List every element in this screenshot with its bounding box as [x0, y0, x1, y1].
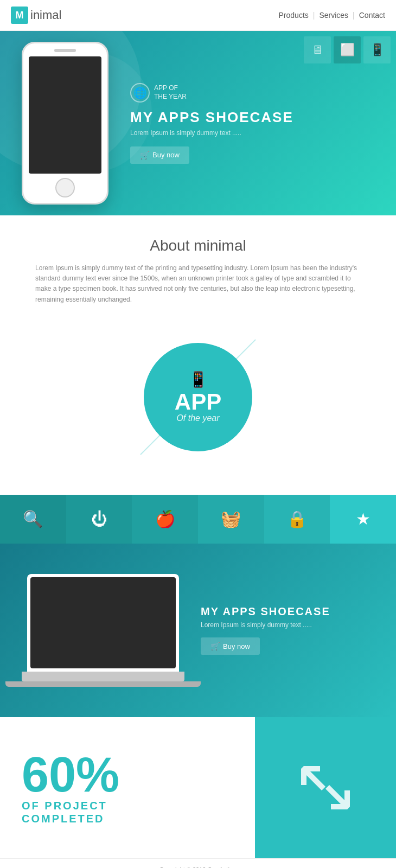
- nav-services[interactable]: Services: [319, 11, 348, 20]
- about-body: Lorem Ipsum is simply dummy text of the …: [35, 263, 361, 305]
- laptop-subtitle: Lorem Ipsum is simply dummy text .....: [201, 621, 330, 629]
- hero-award: 🌐 APP OF THE YEAR: [130, 83, 293, 103]
- phone-mockup: [22, 42, 108, 205]
- power-icon: ⏻: [91, 510, 107, 528]
- stats-right: [255, 717, 396, 858]
- cart-icon: 🛒: [140, 151, 149, 159]
- laptop-mockup: [22, 574, 184, 687]
- about-section: About minimal Lorem Ipsum is simply dumm…: [0, 215, 396, 495]
- nav-sep2: |: [353, 11, 355, 20]
- tablet-tab[interactable]: ⬜: [334, 36, 361, 63]
- phone-body: [22, 42, 108, 205]
- icon-star[interactable]: ★: [330, 495, 396, 544]
- search-icon: 🔍: [23, 509, 43, 528]
- lock-icon: 🔒: [287, 509, 307, 528]
- stats-label: OF PROJECT COMPLETED: [22, 799, 233, 825]
- logo-box: M: [11, 7, 28, 24]
- apple-icon: 🍎: [155, 509, 175, 528]
- icon-apple[interactable]: 🍎: [132, 495, 198, 544]
- main-nav: Products | Services | Contact: [279, 11, 385, 20]
- phone-screen: [29, 56, 101, 174]
- star-icon: ★: [356, 509, 371, 528]
- circle-phone-icon: 📱: [189, 371, 208, 388]
- phone-home-button: [55, 178, 75, 197]
- hero-subtitle: Lorem Ipsum is simply dummy text .....: [130, 129, 293, 137]
- icon-power[interactable]: ⏻: [66, 495, 132, 544]
- mobile-tab[interactable]: 📱: [363, 36, 391, 63]
- svg-marker-1: [325, 785, 350, 809]
- nav-contact[interactable]: Contact: [359, 11, 385, 20]
- svg-marker-0: [301, 766, 325, 790]
- nav-sep1: |: [313, 11, 315, 20]
- stats-section: 60% OF PROJECT COMPLETED: [0, 717, 396, 858]
- hero-content: 🌐 APP OF THE YEAR MY APPS SHOECASE Lorem…: [130, 83, 293, 164]
- laptop-base: [22, 672, 184, 681]
- hero-section: 🖥 ⬜ 📱 🌐 APP OF THE YEAR MY APPS SHOECASE…: [0, 31, 396, 215]
- desktop-tab[interactable]: 🖥: [304, 36, 331, 63]
- laptop-screen: [30, 577, 176, 668]
- icon-lock[interactable]: 🔒: [264, 495, 330, 544]
- logo-area: M inimal: [11, 7, 61, 24]
- award-circle-container: 📱 APP Of the year: [27, 321, 369, 473]
- laptop-title: MY APPS SHOECASE: [201, 605, 330, 618]
- basket-icon: 🧺: [221, 509, 241, 528]
- icon-search[interactable]: 🔍: [0, 495, 66, 544]
- laptop-content: MY APPS SHOECASE Lorem Ipsum is simply d…: [201, 605, 330, 655]
- laptop-buy-button[interactable]: 🛒 Buy now: [201, 637, 260, 655]
- header: M inimal Products | Services | Contact: [0, 0, 396, 31]
- globe-icon: 🌐: [130, 83, 150, 103]
- circle-big-text: APP: [175, 391, 221, 413]
- phone-speaker: [54, 49, 76, 52]
- award-text: APP OF THE YEAR: [154, 84, 187, 101]
- logo-letter: M: [16, 10, 24, 21]
- icon-basket[interactable]: 🧺: [198, 495, 264, 544]
- hero-title: MY APPS SHOECASE: [130, 109, 293, 126]
- laptop-bottom: [5, 681, 201, 687]
- stats-percent: 60%: [22, 750, 233, 799]
- nav-products[interactable]: Products: [279, 11, 309, 20]
- device-tabs: 🖥 ⬜ 📱: [304, 36, 391, 63]
- laptop-screen-wrapper: [27, 574, 179, 672]
- logo-text: inimal: [30, 8, 61, 22]
- icons-row: 🔍 ⏻ 🍎 🧺 🔒 ★: [0, 495, 396, 544]
- about-title: About minimal: [27, 237, 369, 254]
- hero-buy-button[interactable]: 🛒 Buy now: [130, 146, 189, 164]
- stats-left: 60% OF PROJECT COMPLETED: [0, 717, 255, 858]
- laptop-section: MY APPS SHOECASE Lorem Ipsum is simply d…: [0, 544, 396, 717]
- footer: Copyright © 2012 Css Author www.imagesfr…: [0, 858, 396, 868]
- arrows-icon: [298, 761, 353, 815]
- award-circle: 📱 APP Of the year: [144, 343, 252, 451]
- laptop-cart-icon: 🛒: [210, 642, 220, 650]
- circle-sub-text: Of the year: [176, 413, 219, 423]
